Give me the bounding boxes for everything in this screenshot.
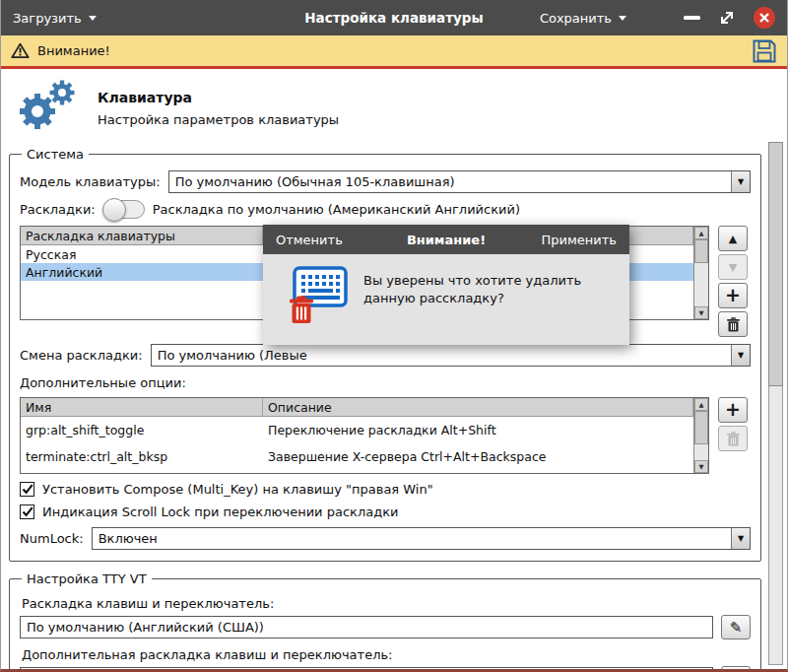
delete-layout-illustration — [281, 266, 348, 327]
delete-option-button — [718, 426, 748, 451]
scroll-up-icon[interactable]: ▲ — [694, 227, 708, 239]
trash-icon — [727, 317, 740, 332]
warning-bar: Внимание! — [1, 35, 787, 69]
table-row[interactable]: grp:alt_shift_toggle Переключение раскла… — [21, 417, 693, 443]
delete-layout-button[interactable] — [718, 311, 748, 337]
extra-options-label: Дополнительные опции: — [20, 375, 751, 390]
dialog-cancel-button[interactable]: Отменить — [276, 233, 343, 247]
layouts-label: Раскладки: — [20, 202, 96, 217]
compose-checkbox[interactable] — [20, 482, 34, 497]
add-option-button[interactable]: + — [718, 397, 748, 423]
close-icon[interactable] — [754, 7, 775, 29]
main-scrollbar-thumb[interactable] — [768, 142, 783, 386]
scrollbar-thumb[interactable] — [694, 411, 708, 444]
edit-button[interactable]: ✎ — [721, 615, 751, 639]
add-layout-button[interactable]: + — [718, 283, 748, 308]
scrolllock-checkbox-label: Индикация Scroll Lock при переключении р… — [42, 504, 398, 519]
table-row[interactable]: terminate:ctrl_alt_bksp Завершение X-сер… — [21, 443, 693, 470]
move-layout-up-button[interactable]: ▲ — [718, 226, 748, 251]
layout-switch-select[interactable]: По умолчанию (Левые ▼ — [151, 344, 751, 367]
scroll-down-icon[interactable]: ▼ — [694, 306, 708, 319]
scrolllock-checkbox[interactable] — [20, 504, 34, 519]
load-menu-button[interactable]: Загрузить — [13, 11, 97, 26]
load-label: Загрузить — [13, 11, 82, 26]
maximize-icon[interactable] — [718, 9, 736, 27]
system-group-legend: Система — [22, 147, 89, 162]
table-scrollbar[interactable]: ▲ ▼ — [693, 398, 708, 473]
table-scrollbar[interactable]: ▲ ▼ — [693, 227, 708, 319]
chevron-down-icon[interactable]: ▼ — [731, 345, 750, 366]
dialog-message: Вы уверены что хотите удалить данную рас… — [363, 266, 615, 306]
trash-icon — [289, 296, 314, 325]
dialog-apply-button[interactable]: Применить — [542, 233, 617, 247]
tty-extra-layout-label: Дополнительная раскладка клавиш и перекл… — [22, 647, 751, 662]
app-window: Загрузить Настройка клавиатуры Сохранить — [0, 0, 788, 672]
keyboard-model-select[interactable]: По умолчанию (Обычная 105-клавишная) ▼ — [168, 170, 751, 193]
layouts-default-toggle[interactable] — [103, 200, 145, 219]
toggle-knob[interactable] — [102, 198, 126, 222]
check-icon — [22, 484, 33, 495]
move-layout-down-button: ▼ — [718, 254, 748, 280]
titlebar: Загрузить Настройка клавиатуры Сохранить — [1, 0, 787, 35]
minimize-icon[interactable] — [684, 16, 700, 19]
caret-down-icon — [619, 16, 626, 21]
caret-down-icon — [89, 16, 97, 21]
save-menu-button[interactable]: Сохранить — [540, 11, 626, 26]
scroll-down-icon[interactable]: ▼ — [694, 460, 708, 473]
chevron-down-icon[interactable]: ▼ — [731, 528, 750, 549]
column-header: Описание — [263, 398, 693, 416]
warning-text: Внимание! — [37, 43, 110, 58]
tty-layout-field[interactable]: По умолчанию (Английский (США)) — [20, 616, 713, 638]
page-subtitle: Настройка параметров клавиатуры — [98, 112, 339, 127]
check-icon — [22, 506, 33, 517]
tty-layout-label: Раскладка клавиш и переключатель: — [22, 596, 751, 611]
trash-icon — [727, 432, 740, 446]
scroll-up-icon[interactable]: ▲ — [694, 398, 708, 411]
column-header: Имя — [21, 398, 263, 416]
warning-icon — [11, 42, 30, 59]
chevron-down-icon[interactable]: ▼ — [731, 171, 750, 192]
compose-checkbox-label: Установить Compose (Multi_Key) на клавиш… — [42, 482, 433, 497]
column-header: Раскладка клавиатуры — [21, 227, 263, 244]
tty-group: Настройка TTY VT Раскладка клавиш и пере… — [9, 571, 761, 672]
main-content: Клавиатура Настройка параметров клавиату… — [1, 69, 787, 669]
save-label: Сохранить — [540, 11, 612, 26]
numlock-select[interactable]: Включен ▼ — [92, 527, 751, 550]
tty-group-legend: Настройка TTY VT — [22, 571, 152, 586]
page-header: Клавиатура Настройка параметров клавиату… — [9, 75, 787, 147]
menu-icon[interactable] — [644, 10, 666, 26]
pencil-icon: ✎ — [730, 619, 743, 637]
options-table-header: Имя Описание — [21, 398, 693, 417]
main-scrollbar[interactable] — [768, 142, 783, 665]
confirm-delete-dialog: Отменить Внимание! Применить — [263, 225, 629, 345]
tty-extra-layout-field[interactable]: По умолчанию (Английский (США)) — [20, 667, 713, 672]
edit-button[interactable]: ✎ — [721, 666, 751, 672]
save-file-icon[interactable] — [752, 38, 777, 64]
layout-switch-label: Смена раскладки: — [20, 348, 143, 363]
numlock-label: NumLock: — [20, 531, 84, 546]
layouts-toggle-text: Раскладка по умолчанию (Американский Анг… — [153, 202, 520, 217]
scrollbar-thumb[interactable] — [694, 239, 708, 263]
options-table: Имя Описание grp:alt_shift_toggle Перекл… — [20, 397, 709, 474]
keyboard-model-label: Модель клавиатуры: — [20, 174, 161, 189]
keyboard-settings-gears-icon — [13, 79, 78, 137]
system-group: Система Модель клавиатуры: По умолчанию … — [9, 147, 761, 562]
page-title: Клавиатура — [98, 90, 339, 105]
